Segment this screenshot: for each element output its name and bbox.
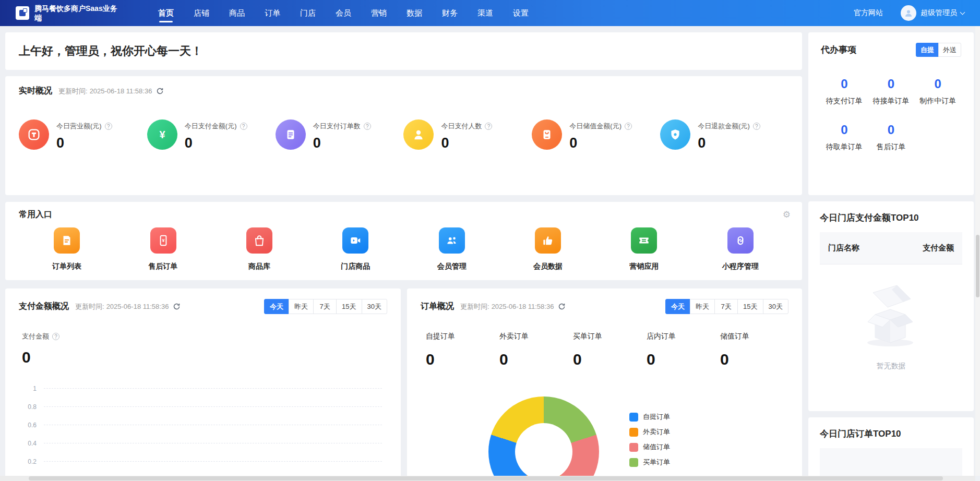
legend-delivery[interactable]: 外卖订单 bbox=[629, 427, 670, 437]
tab-7days[interactable]: 7天 bbox=[714, 299, 738, 314]
update-time-value: 2025-06-18 11:58:36 bbox=[106, 303, 169, 310]
user-avatar[interactable] bbox=[901, 5, 916, 21]
stat-value: 0 bbox=[441, 135, 492, 151]
payment-metric-label: 支付金额 bbox=[22, 332, 49, 341]
stat-value: 0 bbox=[313, 135, 371, 151]
official-website-link[interactable]: 官方网站 bbox=[854, 8, 883, 18]
donut-ring bbox=[488, 396, 599, 481]
logo-icon bbox=[19, 10, 26, 16]
nav-item-data[interactable]: 数据 bbox=[397, 0, 432, 26]
shortcut-member-data[interactable]: 会员数据 bbox=[500, 227, 596, 271]
gear-icon[interactable]: ⚙ bbox=[783, 209, 791, 220]
todo-pending-accept[interactable]: 0 待接单订单 bbox=[868, 77, 915, 106]
nav-item-finance[interactable]: 财务 bbox=[432, 0, 468, 26]
shortcut-marketing-apps[interactable]: 营销应用 bbox=[596, 227, 692, 271]
shortcut-order-list[interactable]: 订单列表 bbox=[19, 227, 115, 271]
payment-metric-value: 0 bbox=[22, 348, 387, 366]
nav-item-orders[interactable]: 订单 bbox=[255, 0, 290, 26]
tab-today[interactable]: 今天 bbox=[665, 299, 690, 314]
legend-paybill[interactable]: 买单订单 bbox=[629, 458, 670, 467]
payment-line-chart: 1 0.8 0.6 0.4 0.2 bbox=[44, 388, 382, 481]
shortcut-miniprogram-management[interactable]: 小程序管理 bbox=[692, 227, 788, 271]
stat-value: 0 bbox=[426, 351, 494, 368]
stat-today-stored-value: 今日储值金额(元)? 0 bbox=[532, 119, 660, 151]
shortcut-row: 订单列表 ¥ 售后订单 bbox=[19, 227, 788, 271]
user-menu[interactable]: 超级管理员 bbox=[921, 8, 964, 18]
payment-range-tabs: 今天 昨天 7天 15天 30天 bbox=[264, 299, 387, 314]
nav-item-stores[interactable]: 门店 bbox=[290, 0, 326, 26]
nav-item-goods[interactable]: 商品 bbox=[219, 0, 255, 26]
help-icon[interactable]: ? bbox=[105, 123, 112, 130]
stat-today-paid-orders: 今日支付订单数? 0 bbox=[276, 119, 404, 151]
help-icon[interactable]: ? bbox=[485, 123, 492, 130]
legend-swatch bbox=[629, 428, 638, 437]
toggle-pickup[interactable]: 自提 bbox=[916, 43, 939, 57]
tab-30days[interactable]: 30天 bbox=[763, 299, 788, 314]
stat-today-revenue: 今日营业额(元)? 0 bbox=[19, 119, 147, 151]
nav-item-members[interactable]: 会员 bbox=[326, 0, 361, 26]
shortcut-member-management[interactable]: 会员管理 bbox=[404, 227, 500, 271]
nav-item-settings[interactable]: 设置 bbox=[503, 0, 539, 26]
stat-value: 0 bbox=[647, 351, 715, 368]
navbar-right: 官方网站 超级管理员 bbox=[854, 5, 964, 21]
empty-state: 暂无数据 bbox=[820, 282, 962, 371]
stat-storedvalue-orders: 储值订单 0 bbox=[715, 332, 788, 368]
shortcut-store-goods[interactable]: 门店商品 bbox=[307, 227, 403, 271]
nav-item-marketing[interactable]: 营销 bbox=[361, 0, 397, 26]
tab-15days[interactable]: 15天 bbox=[737, 299, 763, 314]
refresh-icon[interactable] bbox=[558, 303, 566, 310]
stat-label: 今日退款金额(元) bbox=[698, 122, 750, 131]
tab-yesterday[interactable]: 昨天 bbox=[289, 299, 314, 314]
shortcut-goods-library[interactable]: 商品库 bbox=[211, 227, 307, 271]
legend-swatch bbox=[629, 443, 638, 452]
todo-pending-pickup[interactable]: 0 待取单订单 bbox=[821, 123, 868, 152]
nav-item-channels[interactable]: 渠道 bbox=[468, 0, 503, 26]
vertical-scrollbar[interactable] bbox=[975, 26, 980, 476]
shortcut-aftersale-orders[interactable]: ¥ 售后订单 bbox=[115, 227, 211, 271]
refresh-icon[interactable] bbox=[156, 87, 164, 95]
realtime-stats-row: 今日营业额(元)? 0 ¥ 今日支付金额(元)? 0 bbox=[19, 119, 788, 151]
refresh-icon[interactable] bbox=[173, 303, 181, 310]
help-icon[interactable]: ? bbox=[753, 123, 760, 130]
tab-today[interactable]: 今天 bbox=[264, 299, 289, 314]
order-overview-card: 订单概况 更新时间: 2025-06-18 11:58:36 今天 昨天 7天 … bbox=[407, 288, 802, 481]
horizontal-scrollbar-thumb[interactable] bbox=[29, 476, 943, 480]
shortcut-label: 会员数据 bbox=[533, 262, 563, 271]
todo-pending-payment[interactable]: 0 待支付订单 bbox=[821, 77, 868, 106]
person-icon bbox=[403, 119, 434, 150]
tab-7days[interactable]: 7天 bbox=[313, 299, 337, 314]
nav-item-shop[interactable]: 店铺 bbox=[184, 0, 219, 26]
stat-value: 0 bbox=[720, 351, 788, 368]
toggle-delivery[interactable]: 外送 bbox=[938, 43, 961, 57]
help-icon[interactable]: ? bbox=[240, 123, 247, 130]
top10-payment-title: 今日门店支付金额TOP10 bbox=[820, 212, 962, 224]
svg-text:¥: ¥ bbox=[162, 238, 165, 243]
tab-yesterday[interactable]: 昨天 bbox=[690, 299, 715, 314]
stat-label: 外卖订单 bbox=[499, 332, 568, 341]
shortcut-label: 订单列表 bbox=[52, 262, 81, 271]
empty-box-icon bbox=[857, 282, 925, 349]
top-navbar: 腾马餐饮多商户Saas业务端 首页 店铺 商品 订单 门店 会员 营销 数据 财… bbox=[0, 0, 980, 26]
horizontal-scrollbar[interactable] bbox=[0, 476, 975, 481]
todo-in-production[interactable]: 0 制作中订单 bbox=[914, 77, 961, 106]
stat-label: 储值订单 bbox=[720, 332, 788, 341]
phone-yen-icon: ¥ bbox=[150, 227, 176, 254]
help-icon[interactable]: ? bbox=[364, 123, 371, 130]
nav-item-home[interactable]: 首页 bbox=[148, 0, 184, 26]
miniprogram-icon bbox=[727, 227, 754, 254]
help-icon[interactable]: ? bbox=[52, 333, 59, 340]
todo-aftersale[interactable]: 0 售后订单 bbox=[868, 123, 915, 152]
dashboard-screen: 腾马餐饮多商户Saas业务端 首页 店铺 商品 订单 门店 会员 营销 数据 财… bbox=[0, 0, 980, 481]
stat-value: 0 bbox=[185, 135, 247, 151]
help-icon[interactable]: ? bbox=[625, 123, 632, 130]
realtime-overview-card: 实时概况 更新时间: 2025-06-18 11:58:36 bbox=[5, 76, 802, 195]
legend-storedvalue[interactable]: 储值订单 bbox=[629, 442, 670, 452]
stat-value: 0 bbox=[56, 135, 112, 151]
tab-30days[interactable]: 30天 bbox=[362, 299, 387, 314]
update-time-label: 更新时间: bbox=[75, 302, 104, 311]
legend-swatch bbox=[629, 413, 638, 422]
vertical-scrollbar-thumb[interactable] bbox=[976, 235, 979, 297]
tab-15days[interactable]: 15天 bbox=[336, 299, 362, 314]
top10-payment-card: 今日门店支付金额TOP10 门店名称 支付金额 暂无数据 bbox=[808, 201, 974, 411]
legend-pickup[interactable]: 自提订单 bbox=[629, 412, 670, 422]
